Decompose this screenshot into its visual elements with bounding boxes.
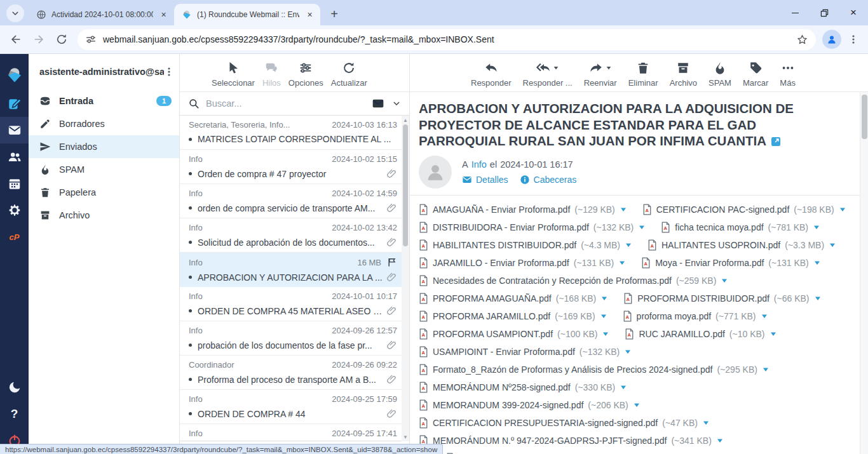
calendar-nav-button[interactable]	[0, 170, 29, 197]
message-list-item[interactable]: Info 2024-09-25 17:41	[180, 424, 402, 441]
attachment-menu-caret-icon[interactable]	[618, 259, 626, 267]
attachment-menu-caret-icon[interactable]	[602, 330, 609, 338]
attachment-menu-caret-icon[interactable]	[761, 312, 768, 320]
attachment[interactable]: APROFORMA USAMPIONT.pdf(~100 KB)	[419, 328, 609, 340]
options-button[interactable]: Opciones	[288, 61, 323, 88]
sidebar-item-entrada[interactable]: Entrada1	[29, 90, 179, 112]
attachment-menu-caret-icon[interactable]	[813, 224, 820, 231]
attachment-menu-caret-icon[interactable]	[620, 206, 627, 213]
folder-options-kebab-icon[interactable]	[164, 67, 174, 77]
attachment-name[interactable]: Formato_8_Razón de Proformas y Análisis …	[433, 364, 712, 375]
attachment-name[interactable]: CERTIFICACION PAC-signed.pdf	[656, 204, 790, 215]
attachment[interactable]: AMEMORANDUM 399-2024-signed.pdf(~206 KB)	[419, 399, 641, 411]
attachment[interactable]: AHABILITANTES DISTRIBUIDOR.pdf(~4.3 MB)	[419, 239, 632, 251]
sidebar-item-borradores[interactable]: Borradores	[29, 112, 179, 135]
window-restore-button[interactable]	[810, 0, 839, 25]
attachment[interactable]: ARUC JARAMILLO.pdf(~10 KB)	[625, 328, 776, 340]
attachment-name[interactable]: MEMORÁNDUM Nº258-signed.pdf	[433, 382, 571, 392]
sidebar-item-archivo[interactable]: Archivo	[29, 204, 179, 227]
attachment[interactable]: APROFORMA AMAGUAÑA.pdf(~168 KB)	[419, 293, 608, 304]
url-text[interactable]: webmail.sanjuan.gob.ec/cpsess8592294337/…	[103, 34, 790, 44]
message-list-item[interactable]: Info 2024-09-25 17:59 ORDEN DE COMPRA # …	[180, 390, 402, 424]
attachment-name[interactable]: PROFORMA DISTRIBUIDOR.pdf	[637, 293, 770, 304]
reply-all-button[interactable]: Responder ...	[523, 61, 573, 88]
attachment[interactable]: AMEMORÁNDUM Nº258-signed.pdf(~330 KB)	[419, 382, 627, 393]
scroll-down-arrow-icon[interactable]: ▼	[402, 433, 409, 441]
dark-mode-button[interactable]	[0, 374, 29, 401]
reload-button[interactable]	[52, 30, 71, 49]
attachment-name[interactable]: DISTRIBUIDORA - Enviar Proforma.pdf	[433, 222, 589, 232]
attachment[interactable]: ANecesidades de Contratación y Recepción…	[419, 275, 728, 286]
dropdown-caret-icon[interactable]	[553, 65, 559, 71]
attachment[interactable]: Aficha tecnica moya.pdf(~781 KB)	[661, 222, 820, 233]
contacts-nav-button[interactable]	[0, 144, 29, 170]
attachment[interactable]: ACERTIFICACION PRESUPUESTARIA-signed-sig…	[419, 417, 710, 429]
message-list-scrollbar[interactable]: ▲ ▼	[402, 116, 409, 441]
attachment-menu-caret-icon[interactable]	[600, 312, 607, 320]
archive-button[interactable]: Archivo	[670, 61, 697, 88]
attachment[interactable]: APROFORMA DISTRIBUIDOR.pdf(~66 KB)	[623, 293, 821, 304]
browser-profile-button[interactable]	[822, 30, 841, 49]
attachment[interactable]: APROFORMA JARAMILLO.pdf(~169 KB)	[419, 310, 607, 322]
message-list-item[interactable]: Info 2024-10-02 15:15 Orden de compra # …	[180, 150, 402, 184]
mail-nav-button[interactable]	[0, 117, 29, 144]
attachment-name[interactable]: MEMORANDUM 399-2024-signed.pdf	[433, 400, 583, 410]
attachment-menu-caret-icon[interactable]	[839, 206, 846, 213]
delete-button[interactable]: Eliminar	[628, 61, 658, 88]
dropdown-caret-icon[interactable]	[606, 65, 612, 71]
threads-button[interactable]: Hilos	[262, 61, 281, 88]
attachment[interactable]: AJARAMILLO - Enviar Proforma.pdf(~131 KB…	[419, 257, 626, 269]
attachment-menu-caret-icon[interactable]	[721, 277, 728, 284]
open-in-new-window-icon[interactable]	[771, 137, 781, 147]
attachment-name[interactable]: Moya - Enviar Proforma.pdf	[655, 258, 764, 268]
site-settings-icon[interactable]	[85, 34, 97, 45]
attachment-name[interactable]: AMAGUAÑA - Enviar Proforma.pdf	[433, 204, 570, 215]
attachment[interactable]: Aproforma moya.pdf(~771 KB)	[623, 310, 768, 322]
more-button[interactable]: Más	[780, 61, 796, 88]
scrollbar-thumb[interactable]	[862, 95, 867, 139]
message-list-item[interactable]: Info 2024-10-01 10:17 ORDEN DE COMPRA 45…	[180, 287, 402, 321]
message-list-item[interactable]: Info 2024-10-02 14:59 orden de compra se…	[180, 184, 402, 218]
browser-tab-roundcube[interactable]: (1) Roundcube Webmail :: Envia ×	[174, 4, 320, 25]
attachment-menu-caret-icon[interactable]	[813, 259, 821, 267]
attachment-menu-caret-icon[interactable]	[762, 366, 770, 373]
attachment-name[interactable]: Necesidades de Contratación y Recepción …	[433, 276, 672, 286]
compose-button[interactable]	[0, 90, 29, 117]
browser-tab-actividad[interactable]: Actividad 2024-10-01 08:00:00 ×	[28, 4, 174, 25]
help-button[interactable]: ?	[0, 401, 29, 427]
headers-link[interactable]: Cabeceras	[520, 175, 577, 185]
attachment-menu-caret-icon[interactable]	[716, 437, 724, 444]
spam-button[interactable]: SPAM	[709, 61, 731, 88]
attachment-menu-caret-icon[interactable]	[702, 419, 710, 427]
select-button[interactable]: Seleccionar	[212, 61, 255, 88]
sidebar-item-papelera[interactable]: Papelera	[29, 181, 179, 204]
forward-button[interactable]: Reenviar	[584, 61, 617, 88]
attachment[interactable]: AMEMORÁNDUM N.º 947-2024-GADPRSJ-PJFT-si…	[419, 435, 724, 446]
attachment-menu-caret-icon[interactable]	[770, 330, 777, 338]
message-list-item[interactable]: Info 2024-09-26 12:57 probación de los d…	[180, 321, 402, 356]
browser-menu-button[interactable]	[845, 31, 862, 48]
attachment[interactable]: AHALITANTES USOPROIN.pdf(~3.3 MB)	[648, 239, 836, 251]
attachment-menu-caret-icon[interactable]	[624, 348, 632, 356]
attachment[interactable]: AMoya - Enviar Proforma.pdf(~131 KB)	[641, 257, 821, 269]
mark-button[interactable]: Marcar	[743, 61, 768, 88]
search-bar[interactable]: Buscar...	[180, 92, 409, 116]
attachment-name[interactable]: JARAMILLO - Enviar Proforma.pdf	[433, 258, 569, 268]
reply-button[interactable]: Responder	[471, 61, 512, 88]
sidebar-item-spam[interactable]: SPAM	[29, 158, 179, 181]
settings-nav-button[interactable]	[0, 197, 29, 224]
attachment-menu-caret-icon[interactable]	[814, 295, 822, 302]
search-options-chevron-icon[interactable]	[392, 99, 401, 108]
attachment-name[interactable]: MEMORÁNDUM N.º 947-2024-GADPRSJ-PJFT-sig…	[433, 436, 667, 446]
search-scope-envelope-icon[interactable]	[372, 97, 384, 110]
attachment-name[interactable]: proforma moya.pdf	[637, 311, 712, 321]
attachment-name[interactable]: CERTIFICACION PRESUPUESTARIA-signed-sign…	[433, 418, 658, 428]
search-input[interactable]: Buscar...	[206, 98, 365, 109]
attachment-name[interactable]: HABILITANTES DISTRIBUIDOR.pdf	[433, 240, 576, 250]
attachment[interactable]: ADISTRIBUIDORA - Enviar Proforma.pdf(~13…	[419, 222, 646, 233]
message-list-item[interactable]: Coordinador 2024-09-26 09:22 Proforma de…	[180, 356, 402, 390]
attachment-menu-caret-icon[interactable]	[633, 401, 641, 409]
attachment[interactable]: AUSAMPIOINT - Enviar Proforma.pdf(~132 K…	[419, 346, 632, 357]
message-list-item[interactable]: Secretaria, Tesoreria, Info... 2024-10-0…	[180, 116, 402, 150]
forward-button[interactable]	[29, 30, 48, 49]
